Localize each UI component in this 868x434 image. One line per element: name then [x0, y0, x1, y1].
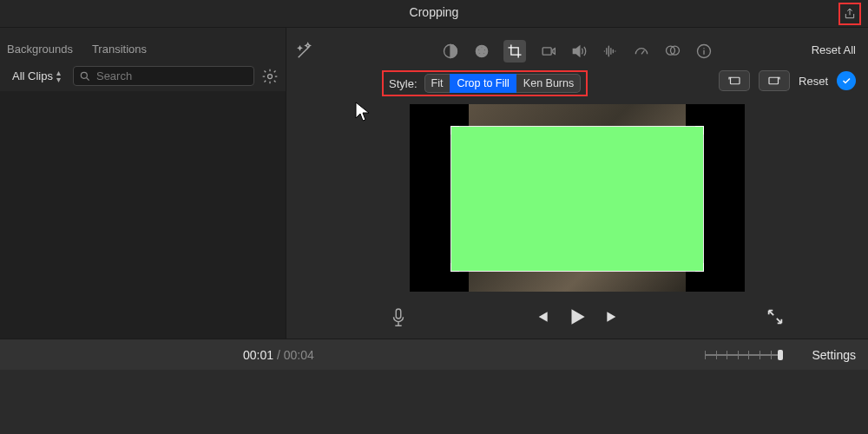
settings-button[interactable]: Settings	[812, 348, 856, 362]
crop-handle-tr[interactable]	[695, 126, 704, 135]
tab-transitions[interactable]: Transitions	[89, 37, 150, 61]
play-button[interactable]	[566, 306, 589, 332]
crop-selection[interactable]	[451, 127, 703, 271]
stabilization-icon[interactable]	[538, 42, 557, 61]
cursor-icon	[354, 101, 372, 123]
style-crop-to-fill-button[interactable]: Crop to Fill	[450, 74, 516, 93]
color-balance-icon[interactable]	[441, 42, 460, 61]
style-bar: Style: Fit Crop to Fill Ken Burns Reset	[286, 68, 868, 99]
style-segmented-control: Fit Crop to Fill Ken Burns	[424, 74, 582, 93]
voiceover-button[interactable]	[389, 307, 408, 330]
search-icon	[79, 70, 91, 82]
inspector-toolbar: Reset All	[286, 28, 868, 68]
clips-filter-dropdown[interactable]: All Clips ▴▾	[7, 68, 66, 85]
share-icon[interactable]	[843, 7, 857, 21]
noise-reduction-icon[interactable]	[601, 42, 620, 61]
timecode: 00:01 / 00:04	[243, 348, 314, 362]
svg-rect-15	[396, 309, 401, 319]
next-button[interactable]	[604, 308, 621, 329]
clip-filter-icon[interactable]	[663, 42, 682, 61]
clips-filter-label: All Clips	[12, 69, 53, 82]
apply-button[interactable]	[837, 71, 856, 90]
style-fit-button[interactable]: Fit	[424, 74, 450, 93]
svg-rect-14	[769, 77, 779, 84]
fullscreen-button[interactable]	[766, 307, 785, 326]
style-ken-burns-button[interactable]: Ken Burns	[516, 74, 581, 93]
speed-icon[interactable]	[632, 42, 651, 61]
crop-icon[interactable]	[503, 40, 526, 62]
titlebar: Cropping	[0, 0, 868, 28]
timecode-duration: 00:04	[284, 348, 314, 362]
rotate-ccw-button[interactable]	[719, 70, 750, 91]
reset-all-button[interactable]: Reset All	[812, 43, 856, 56]
tab-backgrounds[interactable]: Backgrounds	[3, 37, 76, 61]
viewer-panel: Reset All Style: Fit Crop to Fill Ken Bu…	[286, 28, 868, 339]
updown-icon: ▴▾	[56, 69, 61, 83]
style-highlight: Style: Fit Crop to Fill Ken Burns	[382, 70, 588, 96]
svg-point-6	[483, 53, 485, 55]
style-label: Style:	[389, 77, 418, 90]
info-icon[interactable]	[694, 42, 713, 61]
rotate-cw-button[interactable]	[759, 70, 790, 91]
timecode-current: 00:01	[243, 348, 273, 362]
window-title: Cropping	[410, 5, 459, 19]
svg-point-0	[81, 72, 87, 78]
search-input[interactable]	[96, 69, 248, 82]
sidebar-tabs: Backgrounds Transitions	[0, 28, 286, 61]
crop-handle-br[interactable]	[695, 263, 704, 272]
zoom-slider[interactable]	[705, 350, 783, 360]
timeline-tracks[interactable]	[0, 370, 868, 434]
zoom-thumb[interactable]	[778, 350, 783, 360]
timeline-bar: 00:01 / 00:04 Settings	[0, 339, 868, 370]
svg-point-5	[484, 49, 486, 50]
sidebar-content	[0, 91, 286, 339]
reset-button[interactable]: Reset	[799, 75, 828, 88]
crop-handle-bl[interactable]	[450, 263, 459, 272]
svg-point-7	[478, 53, 480, 55]
svg-point-1	[268, 74, 273, 78]
prev-button[interactable]	[533, 308, 550, 329]
timecode-sep: /	[273, 348, 284, 362]
volume-icon[interactable]	[569, 42, 589, 61]
gear-icon[interactable]	[261, 68, 279, 85]
search-input-wrap[interactable]	[73, 66, 254, 86]
preview-area	[286, 99, 868, 299]
playback-controls	[533, 306, 621, 332]
svg-rect-13	[731, 77, 740, 84]
share-button-highlight	[838, 3, 861, 25]
video-frame[interactable]	[410, 104, 745, 292]
svg-point-4	[481, 47, 483, 49]
crop-handle-tl[interactable]	[450, 126, 459, 135]
transport-bar	[286, 299, 868, 339]
sidebar: Backgrounds Transitions All Clips ▴▾	[0, 28, 286, 339]
svg-rect-9	[542, 48, 551, 55]
color-correction-icon[interactable]	[472, 42, 491, 61]
svg-point-8	[477, 49, 479, 50]
filter-bar: All Clips ▴▾	[0, 61, 286, 91]
